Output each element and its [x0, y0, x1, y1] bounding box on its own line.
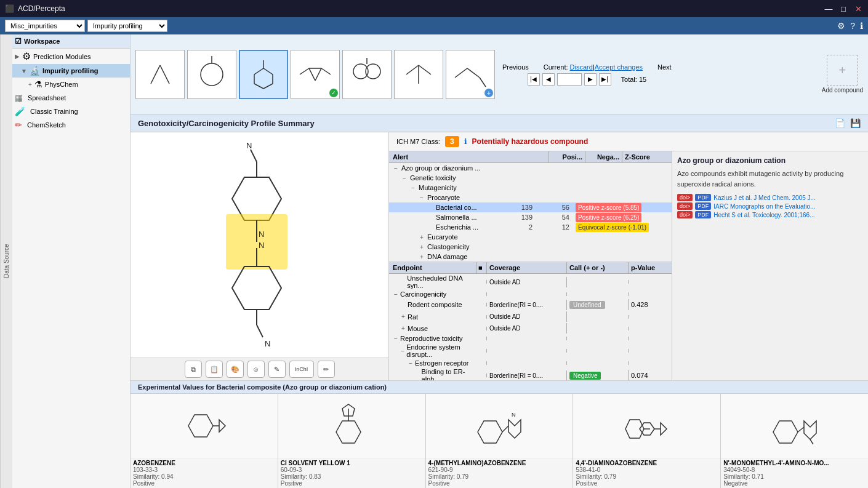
workspace-label: Workspace: [24, 38, 60, 45]
ep-pval: [629, 361, 672, 365]
dataset-selector[interactable]: Misc_impurities: [5, 20, 85, 32]
alert-tree-row[interactable]: Bacterial co... 139 56 Positive z-score …: [389, 202, 672, 212]
export-icon[interactable]: 📄: [835, 118, 845, 128]
svg-line-22: [455, 68, 467, 78]
alert-tree-row[interactable]: + Clastogenicity: [389, 242, 672, 252]
alert-tree-row[interactable]: − Genetic toxicity: [389, 173, 672, 183]
eraser-button[interactable]: ✎: [268, 361, 286, 378]
endpoint-row[interactable]: Binding to ER-alph... Borderline(RI = 0.…: [389, 367, 672, 380]
alert-tree-row[interactable]: + Eucaryote: [389, 232, 672, 242]
exp-mol: N: [426, 394, 573, 458]
svg-line-0: [151, 65, 160, 84]
ep-call: [567, 361, 629, 365]
ep-call: [567, 315, 629, 319]
results-split: Alert Posi... Nega... Z-Score − Azo grou…: [389, 151, 868, 380]
workspace-checkbox[interactable]: ☑: [15, 37, 22, 46]
exp-compound[interactable]: 4,4'-DIAMINOAZOBENZENE 538-41-0 Similari…: [573, 394, 721, 488]
first-button[interactable]: |◀: [528, 73, 540, 86]
svg-marker-44: [478, 421, 502, 443]
svg-text:N: N: [259, 230, 264, 239]
endpoint-row[interactable]: Rodent composite Borderline(RI = 0.... U…: [389, 298, 672, 311]
last-button[interactable]: ▶|: [599, 73, 611, 86]
compound-thumb-5[interactable]: [342, 50, 392, 99]
compound-strip: ✓: [131, 34, 868, 114]
accept-link[interactable]: Accept changes: [595, 63, 643, 71]
endpoint-row[interactable]: − Endocrine system disrupt...: [389, 343, 672, 359]
edit-button[interactable]: ✏: [318, 361, 335, 378]
doi-link[interactable]: doi> PDF IARC Monographs on the Evaluati…: [677, 202, 863, 210]
tree-zscore: Positive z-score (6.25): [573, 213, 672, 222]
svg-line-11: [300, 68, 309, 74]
exp-cas: 60-09-3: [281, 466, 423, 473]
endpoint-row[interactable]: − Reproductive toxicity: [389, 334, 672, 343]
add-compound-button[interactable]: + Add compound: [822, 55, 863, 94]
alert-tree-row[interactable]: + DNA damage: [389, 252, 672, 262]
sidebar-item-classic-training[interactable]: 🧪 Classic Training: [11, 105, 130, 118]
exp-compound[interactable]: CI SOLVENT YELLOW 1 60-09-3 Similarity: …: [278, 394, 426, 488]
alert-tree-row[interactable]: − Mutagenicity: [389, 183, 672, 193]
zscore-badge: Equivocal z-score (-1.01): [576, 223, 649, 232]
minimize-button[interactable]: —: [824, 4, 834, 14]
ep-ad: [477, 349, 487, 353]
sidebar-item-impurity-profiling[interactable]: ▼ 🔬 Impurity profiling: [11, 64, 130, 78]
impurity-profiling-label: Impurity profiling: [42, 67, 98, 74]
compound-thumb-3-selected[interactable]: [239, 50, 288, 99]
paste-structure-button[interactable]: 📋: [206, 361, 223, 378]
doi-link[interactable]: doi> PDF Hecht S et al. Toxicology. 2001…: [677, 211, 863, 218]
sidebar-workspace[interactable]: ☑ Workspace: [11, 34, 130, 49]
endpoint-row[interactable]: + Rat Outside AD: [389, 311, 672, 322]
module-selector[interactable]: Impurity profiling: [87, 20, 167, 32]
discard-link[interactable]: Discard: [570, 63, 593, 71]
save-icon[interactable]: 💾: [850, 118, 861, 128]
endpoint-row[interactable]: Unscheduled DNA syn... Outside AD: [389, 274, 672, 290]
close-button[interactable]: ✕: [853, 4, 863, 14]
inchi-button[interactable]: InChI: [289, 361, 314, 378]
profile-header-icons: 📄 💾: [835, 118, 861, 128]
svg-marker-55: [804, 421, 816, 439]
exp-compound[interactable]: AZOBENZENE 103-33-3 Similarity: 0.94 Pos…: [131, 394, 278, 488]
pdf-badge: PDF: [695, 211, 711, 218]
alert-tree-row[interactable]: − Procaryote: [389, 193, 672, 202]
compound-thumb-1[interactable]: [135, 50, 185, 99]
prev-button[interactable]: ◀: [542, 73, 555, 86]
compound-thumb-7[interactable]: +: [446, 50, 495, 99]
doi-link[interactable]: doi> PDF Kazius J et al. J Med Chem. 200…: [677, 194, 863, 201]
ich-info-icon[interactable]: ℹ: [464, 137, 467, 146]
alert-tree-row[interactable]: Escherichia ... 2 12 Equivocal z-score (…: [389, 222, 672, 232]
endpoint-row[interactable]: − Carcinogenicity: [389, 290, 672, 298]
tree-zscore: Positive z-score (5.85): [573, 203, 672, 212]
pdf-badge: PDF: [695, 194, 711, 201]
sidebar-item-physchem[interactable]: + ⚗ PhysChem: [11, 78, 130, 91]
ep-col-call-header: Call (+ or -): [567, 262, 629, 273]
sidebar-item-chemsketch[interactable]: ✏ ChemSketch: [11, 118, 130, 132]
maximize-button[interactable]: □: [838, 4, 848, 14]
ep-call: Undefined: [567, 299, 629, 310]
endpoint-row[interactable]: + Mouse Outside AD: [389, 322, 672, 334]
compound-thumb-2[interactable]: [187, 50, 236, 99]
info-icon[interactable]: ℹ: [860, 21, 863, 31]
exp-compound[interactable]: N'-MONOMETHYL-4'-AMINO-N-MO... 34049-50-…: [721, 394, 868, 488]
sidebar-item-spreadsheet[interactable]: ▦ Spreadsheet: [11, 91, 130, 105]
ep-coverage: [487, 292, 567, 296]
help-icon[interactable]: ?: [850, 21, 855, 31]
smiley-button[interactable]: ☺: [247, 361, 265, 378]
doi-badge: doi>: [677, 194, 693, 201]
exp-compound[interactable]: N 4-(METHYLAMINO)AZOBENZENE 621-90-9 Sim…: [426, 394, 574, 488]
svg-line-54: [798, 427, 804, 432]
current-num-input[interactable]: 9: [557, 73, 582, 86]
svg-marker-48: [625, 420, 644, 438]
settings-icon[interactable]: ⚙: [837, 21, 845, 31]
color-button[interactable]: 🎨: [227, 361, 244, 378]
next-button[interactable]: ▶: [584, 73, 597, 86]
tree-expand-icon: +: [417, 254, 426, 260]
svg-marker-41: [336, 421, 361, 443]
endpoint-row[interactable]: − Estrogen receptor: [389, 359, 672, 367]
sidebar-item-prediction-modules[interactable]: ▶ ⚙ Prediction Modules: [11, 49, 130, 64]
compound-thumb-6[interactable]: [394, 50, 443, 99]
tree-row-label: Azo group or diazonium ...: [400, 164, 499, 172]
svg-marker-40: [219, 420, 225, 432]
copy-structure-button[interactable]: ⧉: [185, 361, 202, 378]
alert-tree-row[interactable]: Salmonella ... 139 54 Positive z-score (…: [389, 212, 672, 222]
alert-tree-row[interactable]: − Azo group or diazonium ...: [389, 163, 672, 173]
compound-thumb-4[interactable]: ✓: [291, 50, 340, 99]
